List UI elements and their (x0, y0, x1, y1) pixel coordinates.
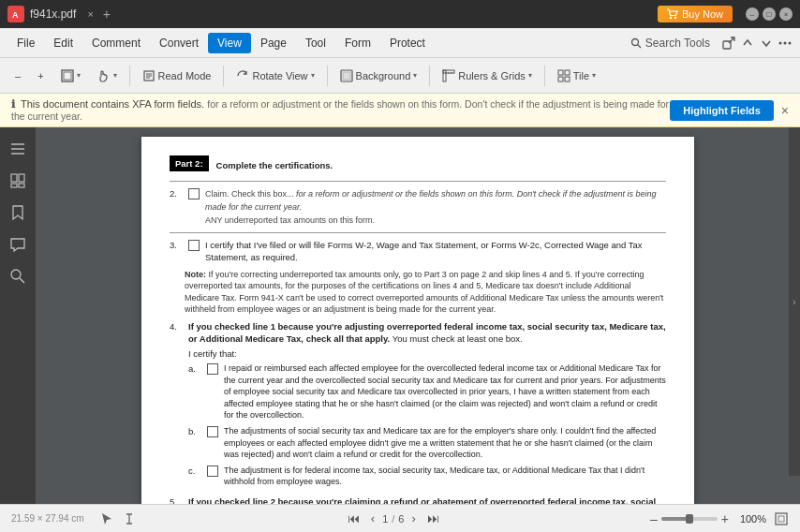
item-4c-text: The adjustment is for federal income tax… (224, 465, 666, 488)
add-tab-button[interactable]: + (103, 7, 111, 22)
svg-point-9 (789, 41, 792, 44)
first-page-button[interactable]: ⏮ (344, 510, 363, 527)
search-tools-button[interactable]: Search Tools (623, 33, 718, 53)
toolbar-sep-4 (429, 66, 430, 86)
checkbox-4b[interactable] (207, 426, 218, 437)
part2-title: Complete the certifications. (216, 159, 333, 171)
item-3-row: 3. I certify that I've filed or will fil… (170, 239, 666, 264)
sidebar-icon-nav[interactable] (4, 135, 32, 163)
svg-rect-33 (19, 184, 24, 187)
window-controls: – □ × (746, 7, 793, 21)
zoom-out-button[interactable]: – (7, 66, 28, 86)
page-container[interactable]: Part 2: Complete the certifications. 2. … (36, 127, 800, 504)
next-page-button[interactable]: › (407, 510, 419, 527)
sidebar-icon-thumbnail[interactable] (4, 167, 32, 195)
svg-rect-24 (565, 70, 570, 75)
toolbar-sep-2 (223, 66, 224, 86)
thumbnail-icon (9, 172, 26, 189)
left-sidebar (0, 127, 36, 504)
svg-rect-31 (19, 174, 24, 182)
menu-comment[interactable]: Comment (82, 33, 150, 53)
last-page-button[interactable]: ⏭ (423, 510, 443, 527)
sidebar-icon-comment[interactable] (4, 230, 32, 259)
item-5-content: If you checked line 2 because you're cla… (188, 495, 666, 504)
zoom-slider[interactable] (661, 517, 718, 521)
toolbar-sep-1 (129, 66, 130, 86)
sidebar-icon-bookmark[interactable] (4, 199, 32, 227)
tile-button[interactable]: Tile ▾ (550, 65, 603, 87)
checkbox-2[interactable] (188, 188, 200, 200)
zoom-slider-thumb[interactable] (686, 514, 693, 524)
menu-protect[interactable]: Protect (380, 33, 435, 53)
svg-rect-36 (776, 513, 787, 525)
svg-rect-25 (558, 77, 563, 81)
rotate-icon (236, 69, 249, 82)
rotate-view-button[interactable]: Rotate View ▾ (229, 65, 321, 87)
svg-point-7 (779, 41, 782, 44)
menu-form[interactable]: Form (335, 33, 380, 53)
title-bar-right: Buy Now – □ × (658, 6, 793, 22)
prev-page-button[interactable]: ‹ (367, 510, 378, 527)
hand-tool-button[interactable]: ▾ (90, 65, 125, 87)
read-mode-button[interactable]: Read Mode (135, 65, 219, 87)
item-3-num: 3. (170, 239, 183, 251)
comment-icon (9, 236, 26, 253)
svg-rect-26 (565, 77, 570, 81)
item-4-row: 4. If you checked line 1 because you're … (170, 320, 666, 492)
main-area: Part 2: Complete the certifications. 2. … (0, 127, 800, 504)
page-input[interactable]: 1 (382, 513, 388, 525)
fit-page-button[interactable]: ▾ (53, 65, 88, 87)
fit-window-icon[interactable] (774, 511, 789, 526)
up-arrow-icon (740, 36, 755, 51)
checkbox-3[interactable] (188, 240, 200, 251)
maximize-button[interactable]: □ (763, 7, 776, 21)
svg-rect-11 (64, 72, 71, 80)
menu-tool[interactable]: Tool (296, 33, 335, 53)
part2-header-row: Part 2: Complete the certifications. (170, 155, 666, 175)
menu-bar: File Edit Comment Convert View Page Tool… (0, 28, 800, 58)
close-tab-button[interactable]: × (87, 8, 93, 20)
minimize-button[interactable]: – (746, 7, 759, 21)
page-navigation: ⏮ ‹ 1 / 6 › ⏭ (344, 510, 443, 527)
svg-line-5 (637, 44, 641, 48)
toolbar: – + ▾ ▾ Read Mode Rotate View ▾ Backgrou… (0, 58, 800, 94)
item-2-content: Claim. Check this box... for a reform or… (205, 187, 666, 227)
item-5-row: 5. If you checked line 2 because you're … (170, 495, 666, 504)
buy-now-button[interactable]: Buy Now (658, 6, 733, 22)
toolbar-sep-5 (544, 66, 545, 86)
hand-icon (97, 69, 111, 82)
menu-view[interactable]: View (208, 33, 251, 53)
checkbox-4c[interactable] (207, 466, 218, 477)
right-collapse-handle[interactable]: › (789, 127, 800, 476)
item-5-num: 5. (170, 495, 183, 504)
checkbox-4a[interactable] (207, 363, 218, 375)
rulers-icon (442, 69, 455, 82)
external-link-icon (721, 36, 736, 51)
background-button[interactable]: Background ▾ (333, 65, 425, 87)
close-window-button[interactable]: × (779, 7, 793, 21)
pdf-page: Part 2: Complete the certifications. 2. … (141, 137, 694, 504)
svg-rect-30 (11, 174, 17, 182)
pointer-tool-icon[interactable] (99, 511, 114, 526)
zoom-controls: – + 100% (650, 511, 789, 526)
part2-label: Part 2: (170, 155, 209, 171)
menu-page[interactable]: Page (251, 33, 296, 53)
svg-point-4 (631, 38, 638, 45)
highlight-fields-button[interactable]: Highlight Fields (670, 100, 774, 121)
notification-close-button[interactable]: × (781, 103, 789, 118)
sidebar-icon-search[interactable] (4, 262, 32, 290)
zoom-in-button[interactable]: + (30, 66, 51, 86)
menu-edit[interactable]: Edit (44, 33, 82, 53)
more-options-icon[interactable] (778, 36, 793, 51)
menu-convert[interactable]: Convert (150, 33, 208, 53)
tile-icon (557, 69, 570, 82)
text-tool-icon[interactable] (122, 511, 137, 526)
zoom-out-button[interactable]: – (650, 511, 658, 526)
zoom-in-button[interactable]: + (721, 511, 729, 526)
rulers-grids-button[interactable]: Rulers & Grids ▾ (435, 65, 540, 87)
down-arrow-icon (759, 36, 774, 51)
svg-text:A: A (12, 10, 19, 20)
note-text: If you're correcting underreported tax a… (185, 270, 663, 315)
menu-file[interactable]: File (7, 33, 44, 53)
item-4-content: If you checked line 1 because you're adj… (188, 320, 666, 492)
